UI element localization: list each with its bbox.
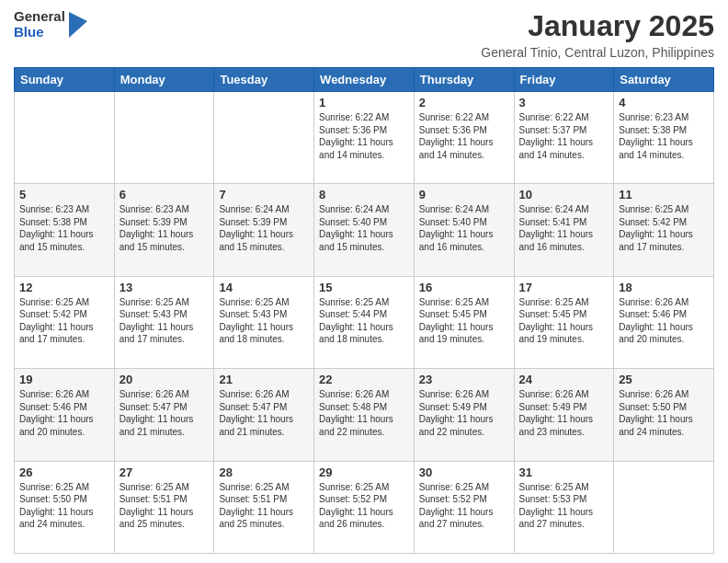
- week-row-4: 19Sunrise: 6:26 AM Sunset: 5:46 PM Dayli…: [15, 369, 714, 461]
- week-row-3: 12Sunrise: 6:25 AM Sunset: 5:42 PM Dayli…: [15, 276, 714, 368]
- calendar-cell: 7Sunrise: 6:24 AM Sunset: 5:39 PM Daylig…: [214, 184, 314, 276]
- day-info: Sunrise: 6:26 AM Sunset: 5:49 PM Dayligh…: [419, 388, 509, 438]
- week-row-1: 1Sunrise: 6:22 AM Sunset: 5:36 PM Daylig…: [15, 92, 714, 184]
- day-info: Sunrise: 6:25 AM Sunset: 5:45 PM Dayligh…: [419, 296, 509, 346]
- day-number: 12: [19, 281, 109, 294]
- day-number: 7: [219, 188, 309, 201]
- calendar-cell: 15Sunrise: 6:25 AM Sunset: 5:44 PM Dayli…: [314, 276, 415, 368]
- day-info: Sunrise: 6:22 AM Sunset: 5:36 PM Dayligh…: [419, 111, 509, 161]
- day-number: 21: [219, 373, 309, 386]
- day-info: Sunrise: 6:24 AM Sunset: 5:39 PM Dayligh…: [219, 203, 309, 253]
- calendar-cell: 28Sunrise: 6:25 AM Sunset: 5:51 PM Dayli…: [214, 461, 314, 553]
- weekday-header-wednesday: Wednesday: [314, 68, 415, 92]
- header: General Blue January 2025 General Tinio,…: [14, 9, 714, 60]
- weekday-header-row: SundayMondayTuesdayWednesdayThursdayFrid…: [15, 68, 714, 92]
- day-info: Sunrise: 6:25 AM Sunset: 5:52 PM Dayligh…: [419, 481, 509, 531]
- day-number: 2: [419, 96, 509, 109]
- day-info: Sunrise: 6:26 AM Sunset: 5:46 PM Dayligh…: [619, 296, 709, 346]
- weekday-header-saturday: Saturday: [614, 68, 714, 92]
- day-info: Sunrise: 6:25 AM Sunset: 5:43 PM Dayligh…: [119, 296, 210, 346]
- day-info: Sunrise: 6:26 AM Sunset: 5:48 PM Dayligh…: [319, 388, 409, 438]
- day-number: 28: [219, 465, 309, 479]
- calendar-cell: [214, 92, 314, 184]
- day-info: Sunrise: 6:25 AM Sunset: 5:52 PM Dayligh…: [319, 481, 409, 531]
- calendar-cell: 26Sunrise: 6:25 AM Sunset: 5:50 PM Dayli…: [15, 461, 115, 553]
- calendar-cell: 30Sunrise: 6:25 AM Sunset: 5:52 PM Dayli…: [414, 461, 514, 553]
- weekday-header-monday: Monday: [114, 68, 214, 92]
- day-info: Sunrise: 6:26 AM Sunset: 5:46 PM Dayligh…: [19, 388, 109, 438]
- day-info: Sunrise: 6:23 AM Sunset: 5:39 PM Dayligh…: [119, 203, 210, 253]
- day-number: 29: [319, 465, 409, 479]
- day-info: Sunrise: 6:26 AM Sunset: 5:47 PM Dayligh…: [219, 388, 309, 438]
- week-row-5: 26Sunrise: 6:25 AM Sunset: 5:50 PM Dayli…: [15, 461, 714, 553]
- calendar-cell: 4Sunrise: 6:23 AM Sunset: 5:38 PM Daylig…: [614, 92, 714, 184]
- calendar-cell: 31Sunrise: 6:25 AM Sunset: 5:53 PM Dayli…: [514, 461, 614, 553]
- day-number: 11: [619, 188, 709, 201]
- weekday-header-sunday: Sunday: [15, 68, 115, 92]
- day-info: Sunrise: 6:25 AM Sunset: 5:44 PM Dayligh…: [319, 296, 409, 346]
- calendar-cell: 13Sunrise: 6:25 AM Sunset: 5:43 PM Dayli…: [114, 276, 214, 368]
- calendar-cell: 23Sunrise: 6:26 AM Sunset: 5:49 PM Dayli…: [414, 369, 514, 461]
- calendar-cell: 27Sunrise: 6:25 AM Sunset: 5:51 PM Dayli…: [114, 461, 214, 553]
- calendar-cell: 12Sunrise: 6:25 AM Sunset: 5:42 PM Dayli…: [15, 276, 115, 368]
- day-number: 4: [619, 96, 709, 109]
- day-number: 5: [19, 188, 109, 201]
- calendar-cell: 16Sunrise: 6:25 AM Sunset: 5:45 PM Dayli…: [414, 276, 514, 368]
- day-number: 9: [419, 188, 509, 201]
- svg-marker-0: [69, 12, 87, 38]
- day-info: Sunrise: 6:24 AM Sunset: 5:40 PM Dayligh…: [419, 203, 509, 253]
- day-info: Sunrise: 6:25 AM Sunset: 5:45 PM Dayligh…: [519, 296, 609, 346]
- day-number: 6: [119, 188, 210, 201]
- calendar-cell: 29Sunrise: 6:25 AM Sunset: 5:52 PM Dayli…: [314, 461, 415, 553]
- month-title: January 2025: [481, 9, 714, 43]
- day-info: Sunrise: 6:25 AM Sunset: 5:43 PM Dayligh…: [219, 296, 309, 346]
- day-number: 15: [319, 281, 409, 294]
- page: General Blue January 2025 General Tinio,…: [0, 0, 728, 563]
- weekday-header-friday: Friday: [514, 68, 614, 92]
- day-number: 13: [119, 281, 210, 294]
- day-number: 22: [319, 373, 409, 386]
- calendar-cell: 8Sunrise: 6:24 AM Sunset: 5:40 PM Daylig…: [314, 184, 415, 276]
- day-number: 17: [519, 281, 609, 294]
- day-number: 26: [19, 465, 109, 479]
- day-info: Sunrise: 6:25 AM Sunset: 5:50 PM Dayligh…: [19, 481, 109, 531]
- day-info: Sunrise: 6:25 AM Sunset: 5:53 PM Dayligh…: [519, 481, 609, 531]
- day-number: 24: [519, 373, 609, 386]
- day-number: 25: [619, 373, 709, 386]
- calendar-cell: 24Sunrise: 6:26 AM Sunset: 5:49 PM Dayli…: [514, 369, 614, 461]
- calendar-cell: 21Sunrise: 6:26 AM Sunset: 5:47 PM Dayli…: [214, 369, 314, 461]
- weekday-header-thursday: Thursday: [414, 68, 514, 92]
- calendar-cell: 9Sunrise: 6:24 AM Sunset: 5:40 PM Daylig…: [414, 184, 514, 276]
- day-number: 30: [419, 465, 509, 479]
- day-number: 1: [319, 96, 409, 109]
- calendar-cell: [15, 92, 115, 184]
- calendar-cell: 14Sunrise: 6:25 AM Sunset: 5:43 PM Dayli…: [214, 276, 314, 368]
- day-info: Sunrise: 6:23 AM Sunset: 5:38 PM Dayligh…: [619, 111, 709, 161]
- day-info: Sunrise: 6:24 AM Sunset: 5:40 PM Dayligh…: [319, 203, 409, 253]
- subtitle: General Tinio, Central Luzon, Philippine…: [481, 45, 714, 60]
- calendar-cell: 22Sunrise: 6:26 AM Sunset: 5:48 PM Dayli…: [314, 369, 415, 461]
- day-number: 18: [619, 281, 709, 294]
- title-section: January 2025 General Tinio, Central Luzo…: [481, 9, 714, 60]
- day-info: Sunrise: 6:26 AM Sunset: 5:49 PM Dayligh…: [519, 388, 609, 438]
- day-number: 3: [519, 96, 609, 109]
- logo-icon: [69, 12, 87, 38]
- day-number: 16: [419, 281, 509, 294]
- day-number: 23: [419, 373, 509, 386]
- calendar-cell: 5Sunrise: 6:23 AM Sunset: 5:38 PM Daylig…: [15, 184, 115, 276]
- calendar-cell: 10Sunrise: 6:24 AM Sunset: 5:41 PM Dayli…: [514, 184, 614, 276]
- calendar-cell: [614, 461, 714, 553]
- day-info: Sunrise: 6:25 AM Sunset: 5:51 PM Dayligh…: [119, 481, 210, 531]
- day-info: Sunrise: 6:26 AM Sunset: 5:50 PM Dayligh…: [619, 388, 709, 438]
- day-info: Sunrise: 6:25 AM Sunset: 5:42 PM Dayligh…: [619, 203, 709, 253]
- calendar-cell: 11Sunrise: 6:25 AM Sunset: 5:42 PM Dayli…: [614, 184, 714, 276]
- day-info: Sunrise: 6:24 AM Sunset: 5:41 PM Dayligh…: [519, 203, 609, 253]
- logo-blue: Blue: [14, 25, 65, 40]
- day-info: Sunrise: 6:22 AM Sunset: 5:36 PM Dayligh…: [319, 111, 409, 161]
- weekday-header-tuesday: Tuesday: [214, 68, 314, 92]
- calendar-cell: 20Sunrise: 6:26 AM Sunset: 5:47 PM Dayli…: [114, 369, 214, 461]
- calendar-cell: 19Sunrise: 6:26 AM Sunset: 5:46 PM Dayli…: [15, 369, 115, 461]
- calendar-cell: 2Sunrise: 6:22 AM Sunset: 5:36 PM Daylig…: [414, 92, 514, 184]
- logo: General Blue: [14, 9, 87, 40]
- calendar-cell: 18Sunrise: 6:26 AM Sunset: 5:46 PM Dayli…: [614, 276, 714, 368]
